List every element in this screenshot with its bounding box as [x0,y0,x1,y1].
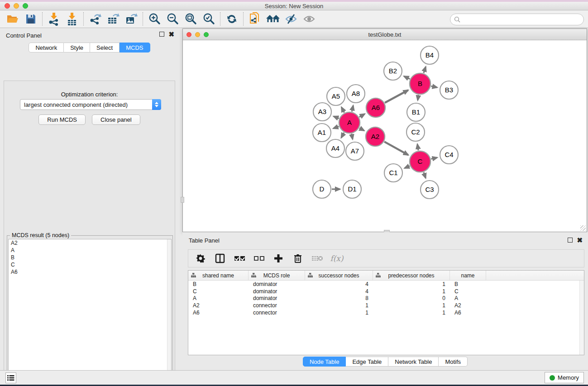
column-header-successor-nodes[interactable]: successor nodes [305,271,373,280]
close-panel-button[interactable]: Close panel [92,114,140,125]
zoom-out-icon[interactable] [163,11,182,27]
network-from-file-icon[interactable] [246,11,264,27]
node-C3[interactable]: C3 [421,181,439,199]
node-A7[interactable]: A7 [346,142,364,160]
node-A6[interactable]: A6 [366,98,385,117]
search-field[interactable] [450,14,584,25]
edge-C-C4[interactable] [431,157,437,159]
node-A8[interactable]: A8 [347,85,365,103]
node-C[interactable]: C [410,151,430,172]
edge-B-B4[interactable] [424,67,426,73]
export-table-icon[interactable] [104,11,122,27]
dropdown-stepper-icon[interactable] [152,99,161,110]
zoom-in-icon[interactable] [145,11,163,27]
node-D1[interactable]: D1 [343,180,361,198]
mcds-result-item[interactable]: B [9,254,171,261]
open-session-icon[interactable] [4,11,22,27]
result-scrollbar[interactable] [167,239,171,386]
node-D[interactable]: D [313,180,331,198]
node-B2[interactable]: B2 [384,62,402,80]
maximize-window-button[interactable] [23,3,28,9]
node-B4[interactable]: B4 [421,46,439,64]
minimize-window-button[interactable] [14,3,19,9]
edge-A-A1[interactable] [333,126,339,128]
mcds-result-item[interactable]: A [9,247,171,254]
node-B[interactable]: B [410,73,430,94]
column-header-name[interactable]: name [450,271,486,280]
show-graphics-details-icon[interactable] [300,11,318,27]
edge-A-A3[interactable] [334,116,339,119]
edge-A6-B[interactable] [385,90,408,103]
show-columns-icon[interactable] [214,253,226,264]
export-network-icon[interactable] [86,11,104,27]
select-all-checkboxes-icon[interactable] [234,253,245,264]
node-B3[interactable]: B3 [440,81,458,99]
table-row[interactable]: A2connector11A2 [188,302,579,309]
node-A4[interactable]: A4 [326,139,344,157]
column-header-shared-name[interactable]: shared name [188,271,249,280]
node-A3[interactable]: A3 [313,103,331,121]
mcds-result-item[interactable]: A6 [9,268,171,276]
tab-network[interactable]: Network [29,43,64,52]
node-C4[interactable]: C4 [440,146,458,164]
close-window-button[interactable] [5,3,10,9]
edge-B-B1[interactable] [418,95,419,100]
export-image-icon[interactable] [122,11,140,27]
add-column-icon[interactable] [272,253,284,264]
close-panel-icon[interactable]: ✖ [168,32,174,37]
run-mcds-button[interactable]: Run MCDS [38,114,86,125]
zoom-fit-icon[interactable] [182,11,200,27]
table-row[interactable]: Bdominator41B [188,281,579,288]
node-A5[interactable]: A5 [327,87,345,105]
edge-A2-C[interactable] [384,142,408,155]
edge-A-A6[interactable] [359,114,365,117]
tab-edge-table[interactable]: Edge Table [346,357,388,367]
table-settings-gear-icon[interactable] [195,253,206,264]
edge-B-B3[interactable] [431,86,437,87]
home-layout-icon[interactable] [264,11,282,27]
optimization-criterion-dropdown[interactable]: largest connected component (directed) [20,99,161,110]
tab-style[interactable]: Style [64,43,90,52]
edge-A-A4[interactable] [341,133,344,138]
table-row[interactable]: Adominator80A [188,295,579,302]
deselect-all-checkboxes-icon[interactable] [253,253,265,264]
tab-mcds[interactable]: MCDS [120,43,150,52]
node-A2[interactable]: A2 [366,127,385,146]
mcds-result-item[interactable]: C [9,261,171,268]
network-close-button[interactable] [186,32,191,37]
float-table-panel-icon[interactable] [568,238,573,243]
splitter-grip-left[interactable] [181,197,184,203]
network-maximize-button[interactable] [204,32,209,37]
edge-A-A7[interactable] [352,134,353,139]
column-header-predecessor-nodes[interactable]: predecessor nodes [373,271,450,280]
edge-A-A2[interactable] [359,128,364,131]
tab-select[interactable]: Select [90,43,120,52]
edge-A-A5[interactable] [341,107,344,113]
task-history-button[interactable] [5,372,16,383]
table-row[interactable]: A6connector11A6 [188,309,579,316]
table-header-row[interactable]: shared nameMCDS rolesuccessor nodesprede… [188,271,584,281]
edge-C-C2[interactable] [417,144,418,151]
node-B1[interactable]: B1 [407,103,425,121]
hide-graphics-details-icon[interactable] [282,11,300,27]
edge-C-C1[interactable] [405,166,410,168]
tab-node-table[interactable]: Node Table [303,357,346,367]
column-header-MCDS-role[interactable]: MCDS role [249,271,305,280]
node-C1[interactable]: C1 [384,164,402,182]
edge-C-C3[interactable] [424,172,425,178]
memory-button[interactable]: Memory [545,372,584,383]
import-network-icon[interactable] [45,11,63,27]
node-A1[interactable]: A1 [313,124,331,142]
search-input[interactable] [463,16,583,23]
refresh-view-icon[interactable] [223,11,241,27]
tab-network-table[interactable]: Network Table [388,357,439,367]
mcds-result-list[interactable]: A2ABCA6 [8,239,172,386]
delete-column-icon[interactable] [292,253,304,264]
table-row[interactable]: Cdominator41C [188,288,579,295]
network-canvas[interactable]: B4B2BB3A5A8A6B1A3AC2A1A2A4A7C4CC1C3DD1 [183,40,587,232]
node-C2[interactable]: C2 [406,123,425,141]
network-minimize-button[interactable] [195,32,200,37]
save-session-icon[interactable] [22,11,40,27]
node-A[interactable]: A [339,112,360,133]
zoom-selected-icon[interactable] [200,11,218,27]
